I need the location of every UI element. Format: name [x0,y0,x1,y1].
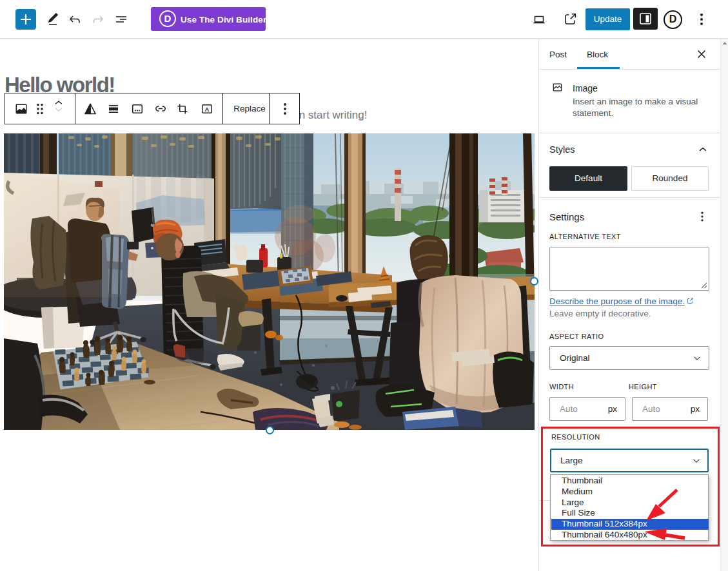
svg-text:A: A [205,106,210,113]
